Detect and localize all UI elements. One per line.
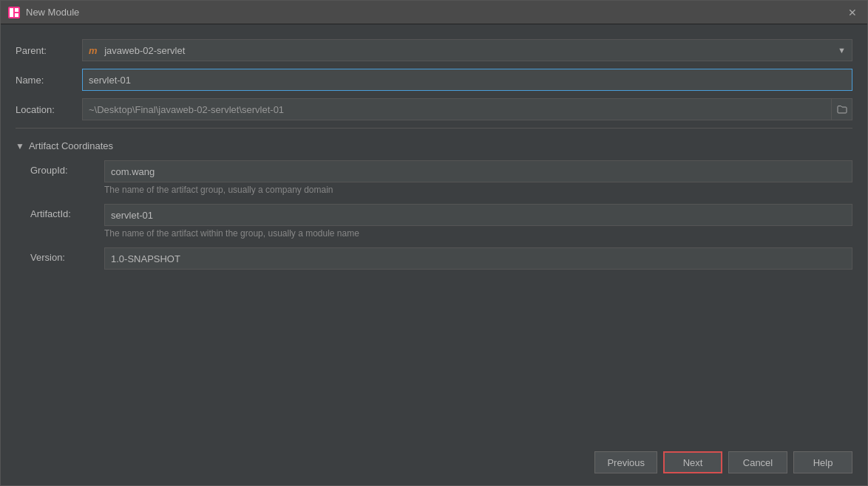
- title-bar: New Module ✕: [1, 1, 867, 24]
- artifactid-row: ArtifactId: The name of the artifact wit…: [30, 204, 852, 244]
- browse-folder-button[interactable]: [831, 99, 852, 120]
- groupid-label: GroupId:: [30, 160, 104, 176]
- next-button[interactable]: Next: [663, 451, 722, 473]
- parent-value: m javaweb-02-servlet: [89, 45, 185, 56]
- help-button[interactable]: Help: [793, 451, 852, 473]
- svg-rect-1: [10, 8, 13, 17]
- dialog-content: Parent: m javaweb-02-servlet ▼ Name: Loc…: [1, 24, 867, 444]
- parent-dropdown[interactable]: m javaweb-02-servlet ▼: [82, 39, 852, 61]
- title-bar-left: New Module: [8, 7, 79, 18]
- artifact-coordinates-section: ▼ Artifact Coordinates GroupId: The name…: [16, 128, 852, 273]
- cancel-button[interactable]: Cancel: [728, 451, 787, 473]
- groupid-input[interactable]: [104, 160, 852, 182]
- location-label: Location:: [16, 104, 82, 115]
- version-input[interactable]: [104, 247, 852, 270]
- version-label: Version:: [30, 247, 104, 263]
- artifactid-input[interactable]: [104, 204, 852, 226]
- artifactid-right: The name of the artifact within the grou…: [104, 204, 852, 244]
- svg-rect-3: [15, 13, 18, 17]
- version-row: Version:: [30, 247, 852, 270]
- artifactid-label: ArtifactId:: [30, 204, 104, 219]
- name-label: Name:: [16, 75, 82, 86]
- name-row: Name:: [16, 69, 852, 91]
- app-icon: [8, 7, 20, 18]
- artifactid-hint: The name of the artifact within the grou…: [104, 226, 852, 244]
- parent-label: Parent:: [16, 45, 82, 56]
- artifact-section-title: Artifact Coordinates: [29, 140, 113, 151]
- location-field-wrapper: [82, 98, 852, 120]
- previous-button[interactable]: Previous: [594, 451, 657, 473]
- dialog-title: New Module: [26, 7, 79, 18]
- chevron-down-icon: ▼: [838, 46, 846, 55]
- groupid-row: GroupId: The name of the artifact group,…: [30, 160, 852, 201]
- artifact-fields: GroupId: The name of the artifact group,…: [16, 160, 852, 270]
- name-input[interactable]: [82, 69, 852, 91]
- svg-rect-2: [15, 8, 18, 12]
- dialog-footer: Previous Next Cancel Help: [1, 444, 867, 485]
- close-button[interactable]: ✕: [845, 5, 860, 20]
- location-input[interactable]: [83, 100, 831, 119]
- parent-row: Parent: m javaweb-02-servlet ▼: [16, 39, 852, 61]
- section-collapse-icon: ▼: [16, 141, 24, 151]
- new-module-dialog: New Module ✕ Parent: m javaweb-02-servle…: [0, 0, 868, 486]
- groupid-hint: The name of the artifact group, usually …: [104, 182, 852, 201]
- artifact-section-header[interactable]: ▼ Artifact Coordinates: [16, 134, 852, 160]
- location-row: Location:: [16, 98, 852, 120]
- parent-m-icon: m: [89, 45, 98, 56]
- groupid-right: The name of the artifact group, usually …: [104, 160, 852, 201]
- version-right: [104, 247, 852, 270]
